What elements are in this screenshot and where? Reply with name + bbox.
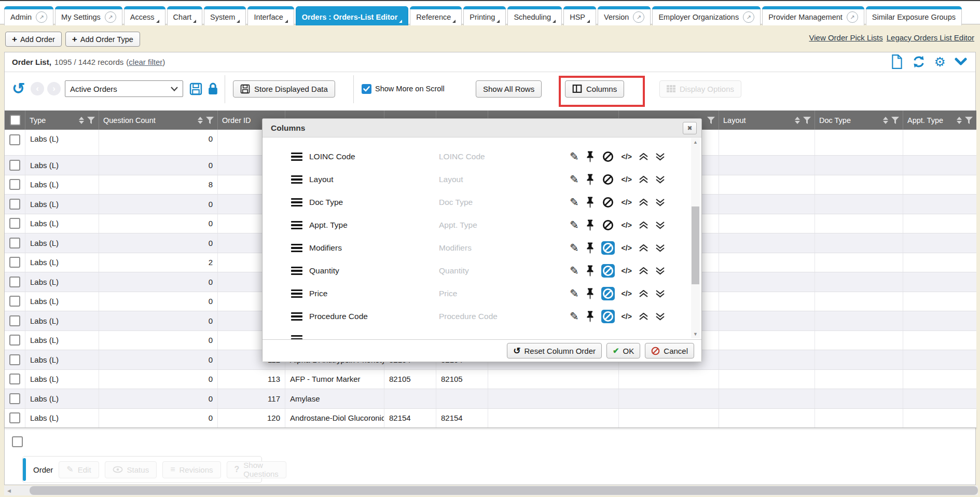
- pin-column-icon[interactable]: [586, 151, 595, 163]
- hide-column-icon[interactable]: [601, 218, 615, 232]
- tab-printing[interactable]: Printing: [463, 6, 506, 25]
- code-column-icon[interactable]: </>: [622, 267, 632, 275]
- row-checkbox[interactable]: [9, 257, 20, 268]
- lock-view-button[interactable]: [207, 79, 219, 98]
- horizontal-scrollbar-thumb[interactable]: [30, 486, 978, 495]
- sort-icon[interactable]: [79, 117, 84, 124]
- filter-icon[interactable]: [206, 117, 214, 124]
- pin-column-icon[interactable]: [586, 311, 595, 323]
- hide-column-icon[interactable]: [601, 310, 615, 323]
- row-checkbox[interactable]: [9, 160, 20, 171]
- clear-filter-link[interactable]: clear filter: [129, 58, 162, 66]
- code-column-icon[interactable]: </>: [622, 244, 632, 252]
- hide-column-icon[interactable]: [601, 173, 615, 186]
- column-header-type[interactable]: Type: [25, 111, 99, 130]
- scroll-down-button[interactable]: ▼: [691, 330, 700, 338]
- sort-icon[interactable]: [198, 117, 203, 124]
- tab-employer-organizations[interactable]: Employer Organizations↗: [652, 6, 761, 25]
- column-header-doc-type[interactable]: Doc Type: [815, 111, 903, 130]
- move-bottom-icon[interactable]: [655, 313, 665, 321]
- sort-icon[interactable]: [883, 117, 888, 124]
- edit-column-icon[interactable]: ✎: [570, 197, 579, 208]
- nav-prev-button[interactable]: ‹: [31, 79, 44, 98]
- tab-hsp[interactable]: HSP: [563, 6, 596, 25]
- drag-handle-icon[interactable]: [291, 198, 302, 207]
- pin-column-icon[interactable]: [586, 174, 595, 186]
- row-checkbox[interactable]: [9, 393, 20, 404]
- hide-column-icon[interactable]: [601, 196, 615, 209]
- select-all-checkbox[interactable]: [10, 115, 21, 126]
- tab-access[interactable]: Access: [124, 6, 165, 25]
- code-column-icon[interactable]: </>: [622, 312, 632, 321]
- move-bottom-icon[interactable]: [655, 290, 665, 298]
- drag-handle-icon[interactable]: [291, 312, 302, 321]
- move-bottom-icon[interactable]: [655, 267, 665, 275]
- row-checkbox[interactable]: [9, 335, 20, 346]
- edit-column-icon[interactable]: ✎: [570, 219, 579, 230]
- drag-handle-icon[interactable]: [291, 221, 302, 230]
- edit-column-icon[interactable]: ✎: [570, 311, 579, 322]
- edit-column-icon[interactable]: ✎: [570, 242, 579, 253]
- tab-interface[interactable]: Interface: [247, 6, 294, 25]
- row-checkbox[interactable]: [9, 179, 20, 190]
- move-bottom-icon[interactable]: [655, 222, 665, 229]
- legacy-orders-list-editor-link[interactable]: Legacy Orders List Editor: [887, 33, 974, 42]
- row-checkbox[interactable]: [9, 296, 20, 307]
- edit-column-icon[interactable]: ✎: [570, 265, 579, 276]
- store-displayed-data-button[interactable]: Store Displayed Data: [233, 79, 335, 98]
- move-top-icon[interactable]: [639, 244, 648, 252]
- show-more-on-scroll-checkbox[interactable]: Show More on Scroll: [362, 79, 445, 98]
- drag-handle-icon[interactable]: [291, 335, 302, 339]
- tab-similar-exposure-groups[interactable]: Similar Exposure Groups: [866, 6, 962, 25]
- new-document-icon[interactable]: [891, 54, 903, 69]
- reset-view-button[interactable]: ↺: [12, 79, 25, 98]
- code-column-icon[interactable]: </>: [622, 198, 632, 206]
- hide-column-icon[interactable]: [601, 264, 615, 278]
- code-column-icon[interactable]: </>: [622, 289, 632, 298]
- code-column-icon[interactable]: </>: [622, 221, 632, 229]
- row-checkbox[interactable]: [9, 354, 20, 365]
- columns-button[interactable]: Columns: [565, 79, 624, 98]
- sort-icon[interactable]: [957, 117, 962, 124]
- filter-icon[interactable]: [965, 117, 973, 124]
- drag-handle-icon[interactable]: [291, 175, 302, 184]
- edit-column-icon[interactable]: ✎: [570, 288, 579, 299]
- move-top-icon[interactable]: [639, 199, 648, 206]
- row-checkbox[interactable]: [9, 277, 20, 287]
- show-questions-button[interactable]: ? Show Questions: [227, 461, 286, 478]
- move-bottom-icon[interactable]: [655, 153, 665, 161]
- tab-chart[interactable]: Chart: [167, 6, 202, 25]
- gear-icon[interactable]: ⚙: [934, 56, 946, 68]
- scroll-left-button[interactable]: ◀: [4, 486, 14, 495]
- add-order-type-button[interactable]: + Add Order Type: [65, 32, 140, 47]
- display-options-button[interactable]: Display Options: [659, 79, 741, 98]
- save-view-button[interactable]: [189, 79, 202, 98]
- row-checkbox[interactable]: [9, 412, 20, 423]
- status-button[interactable]: Status: [105, 461, 157, 478]
- pin-column-icon[interactable]: [586, 219, 595, 231]
- move-top-icon[interactable]: [639, 153, 648, 161]
- pin-column-icon[interactable]: [586, 197, 595, 209]
- show-all-rows-button[interactable]: Show All Rows: [476, 79, 542, 98]
- tab-orders-orders-list-editor[interactable]: Orders : Orders-List Editor: [296, 6, 409, 25]
- drag-handle-icon[interactable]: [291, 153, 302, 161]
- row-checkbox[interactable]: [9, 218, 20, 229]
- code-column-icon[interactable]: </>: [622, 175, 632, 184]
- nav-next-button[interactable]: ›: [47, 79, 61, 98]
- pin-column-icon[interactable]: [586, 288, 595, 300]
- tab-provider-management[interactable]: Provider Management↗: [762, 6, 864, 25]
- filter-icon[interactable]: [87, 117, 95, 124]
- hide-column-icon[interactable]: [601, 150, 615, 163]
- filter-icon[interactable]: [803, 117, 811, 124]
- new-row-checkbox[interactable]: [12, 436, 23, 447]
- horizontal-scrollbar[interactable]: ◀: [4, 486, 978, 495]
- move-bottom-icon[interactable]: [655, 176, 665, 184]
- row-checkbox[interactable]: [9, 374, 20, 384]
- ok-button[interactable]: ✔ OK: [606, 343, 640, 358]
- move-bottom-icon[interactable]: [655, 199, 665, 206]
- row-checkbox[interactable]: [9, 134, 20, 145]
- hide-column-icon[interactable]: [601, 241, 615, 255]
- reset-column-order-button[interactable]: ↺ Reset Column Order: [507, 343, 602, 358]
- add-order-button[interactable]: + Add Order: [5, 32, 62, 47]
- tab-scheduling[interactable]: Scheduling: [507, 6, 562, 25]
